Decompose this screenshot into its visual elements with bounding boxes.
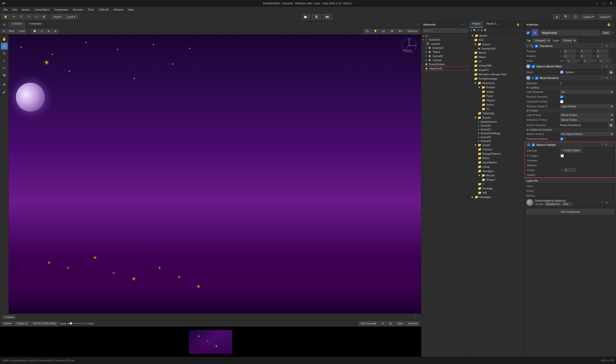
proj-editor[interactable]: 📁Editor — [469, 156, 524, 160]
project-add-btn[interactable]: + — [470, 28, 472, 32]
proj-scens[interactable]: 📁Scens — [469, 103, 524, 107]
position-x[interactable] — [564, 49, 576, 53]
hier-tback[interactable]: ► ◉ TBack — [421, 50, 469, 54]
gizmos-btn[interactable]: Gizmos ▾ — [405, 29, 420, 34]
menu-services[interactable]: Services — [70, 8, 85, 12]
proj-scenes[interactable]: ▼📁Scenes — [469, 116, 524, 120]
anchor-select-btn[interactable]: ◉ — [608, 123, 614, 127]
menu-edit[interactable]: Edit — [10, 8, 19, 12]
proj-scene02[interactable]: ●Scene02 — [469, 128, 524, 131]
proj-dragon[interactable]: 📁Dragon — [469, 178, 524, 182]
view-tool-btn[interactable]: 👁 — [1, 81, 8, 88]
display-dropdown[interactable]: Display 1 ▾ — [14, 321, 30, 326]
proj-enemy01ac[interactable]: ◉Enemy01AC — [469, 46, 524, 51]
proj-scene01[interactable]: ●Scene01 — [469, 124, 524, 128]
inspector-lock-btn[interactable]: 🔒 — [607, 23, 611, 26]
proj-managers[interactable]: 📁Managers — [469, 169, 524, 173]
menu-file[interactable]: File — [1, 8, 10, 12]
stats-btn[interactable]: Stats — [395, 321, 405, 326]
sv-control-2[interactable]: ⊡ — [39, 29, 45, 34]
scale-z[interactable] — [599, 59, 611, 63]
transform-tool[interactable]: ⊞ — [41, 14, 47, 19]
search-button[interactable]: 🔍 — [562, 14, 570, 19]
project-refresh-btn[interactable]: ↻ — [477, 29, 480, 32]
is-trigger-checkbox[interactable] — [561, 154, 564, 157]
project-filter-btn[interactable]: 🔍 — [484, 29, 487, 32]
layer-dropdown[interactable]: Default — [561, 38, 577, 43]
scene-panel-menu[interactable]: ⋮ — [414, 21, 421, 28]
sphere-collider-settings-btn[interactable]: ⚙ — [604, 143, 608, 147]
tab-scene[interactable]: ● Scene — [9, 21, 26, 28]
sphere-collider-menu-btn[interactable]: ⋮ — [609, 143, 614, 147]
transform-help-btn[interactable]: ? — [601, 44, 604, 48]
static-badge[interactable]: Static — [601, 31, 611, 35]
transform-menu-btn[interactable]: ⋮ — [610, 44, 614, 48]
pivot-btn[interactable]: Pivot — [7, 29, 16, 34]
proj-mount[interactable]: 📁Mount — [469, 51, 524, 55]
menu-gameobject[interactable]: GameObject — [32, 8, 52, 12]
shader-dropdown[interactable]: Standard — [545, 202, 561, 206]
mesh-filter-help-btn[interactable]: ? — [601, 65, 604, 68]
material-menu-btn[interactable]: ⋮ — [610, 201, 614, 205]
mute-btn[interactable]: 🔇 — [387, 321, 394, 326]
hier-filter-all[interactable]: ▼ All — [421, 34, 469, 38]
transform-active[interactable] — [535, 44, 538, 48]
resolution-dropdown[interactable]: Full HD (1920x1080) ▾ — [31, 321, 58, 326]
maximize-button[interactable]: □ — [602, 1, 606, 6]
proj-packages[interactable]: ►📁Packages — [469, 195, 524, 199]
rotate-tool-btn[interactable]: ↻ — [1, 50, 8, 57]
receive-global-dropdown[interactable]: Light Probes — [560, 104, 614, 108]
proj-image[interactable]: 📁Image — [469, 90, 524, 94]
tab-game[interactable]: ● Game — [2, 315, 16, 319]
contribute-global-checkbox[interactable] — [560, 100, 563, 103]
position-y[interactable] — [580, 49, 592, 53]
project-menu-btn[interactable]: ⋮ — [521, 23, 523, 26]
proj-ts[interactable]: 📁Ts — [469, 107, 524, 111]
proj-panel[interactable]: 📁Panel — [469, 94, 524, 98]
proj-designpatterns[interactable]: 📁DesignPatterns — [469, 152, 524, 156]
minimize-button[interactable]: ─ — [594, 1, 600, 6]
menu-window[interactable]: Window — [111, 8, 125, 12]
play-focused-btn[interactable]: Play Focused ▾ — [358, 321, 379, 326]
collab-button[interactable]: ☁ — [553, 14, 560, 19]
scale-x[interactable] — [566, 59, 578, 63]
hier-camera[interactable]: 📷 camera — [421, 42, 469, 46]
scene-view-mode[interactable]: ⊞ ▾ — [396, 29, 405, 34]
local-dropdown[interactable]: Local ▾ — [65, 14, 77, 19]
hierarchy-search[interactable] — [422, 28, 468, 33]
proj-enemy[interactable]: ▼📁Enemy — [469, 42, 524, 46]
menu-help[interactable]: Help — [126, 8, 136, 12]
hand-tool[interactable]: ✋ — [2, 14, 10, 19]
hier-scene02[interactable]: ▼ ● Scene02* — [421, 38, 469, 42]
light-probes-dropdown[interactable]: Blend Probes — [560, 113, 614, 117]
game-panel-menu[interactable]: ⋮ — [412, 315, 419, 319]
proj-monsters[interactable]: 📁Monsters Ultimate Pack — [469, 72, 524, 77]
proj-package[interactable]: 📁Package — [469, 186, 524, 191]
rect-tool-btn[interactable]: ▭ — [1, 65, 8, 71]
rotation-z[interactable] — [596, 54, 608, 58]
proj-ui[interactable]: 📁UI — [469, 59, 524, 64]
rotation-y[interactable] — [580, 54, 592, 58]
motion-vectors-dropdown[interactable]: Per Object Motion — [560, 132, 614, 136]
sphere-collider-help-btn[interactable]: ? — [600, 143, 603, 147]
inspector-menu-btn[interactable]: ⋮ — [611, 23, 614, 26]
dynamic-occlusion-checkbox[interactable] — [560, 137, 563, 141]
pivot-dropdown[interactable]: Pivot ▾ — [51, 14, 64, 19]
project-lock-btn[interactable]: 🔒 — [516, 23, 520, 26]
proj-camera[interactable]: 📁Camera — [469, 147, 524, 152]
rotate-tool[interactable]: ↻ — [18, 14, 25, 19]
mesh-select-btn[interactable]: ◉ — [608, 70, 614, 74]
transform-tool-btn[interactable]: ⊞ — [1, 72, 8, 78]
object-active-checkbox[interactable] — [526, 31, 530, 34]
hierarchy-menu-btn[interactable]: ⋮ — [464, 23, 467, 26]
edit-collider-btn[interactable]: ✏ Edit Collider — [561, 148, 582, 153]
hier-scene02-obj[interactable]: ► ◉ Scene02 — [421, 54, 469, 58]
material-help-btn[interactable]: ? — [601, 201, 604, 205]
proj-samplescene[interactable]: ●SampleScene — [469, 120, 524, 124]
layers-dropdown[interactable]: Layers ▾ — [581, 14, 596, 19]
vfx-btn[interactable]: ⚙ — [380, 321, 386, 326]
tab-project[interactable]: Project — [469, 21, 483, 28]
scale-y[interactable] — [583, 59, 595, 63]
proj-prefabs[interactable]: ▼📁Prefabs — [469, 85, 524, 90]
proj-scripts[interactable]: ▼📁Scripts — [469, 143, 524, 147]
